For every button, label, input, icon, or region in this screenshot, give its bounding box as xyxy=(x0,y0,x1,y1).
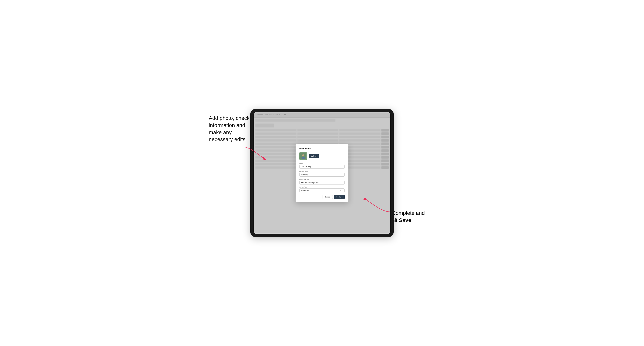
school-year-input[interactable] xyxy=(299,188,345,192)
avatar-image xyxy=(300,153,306,159)
name-label: Name xyxy=(299,163,345,164)
display-name-input[interactable] xyxy=(299,173,345,176)
modal-footer: Cancel ⬆ Save xyxy=(299,195,345,199)
modal-title: User details xyxy=(299,147,311,150)
name-input[interactable] xyxy=(299,165,345,169)
select-clear-icon[interactable]: ✕ xyxy=(340,189,342,191)
annotation-right-line1: Complete and xyxy=(392,210,425,216)
annotation-right: Complete and hit Save. xyxy=(392,209,435,224)
email-field-group: Email address xyxy=(299,178,345,184)
save-icon: ⬆ xyxy=(336,196,338,198)
svg-point-1 xyxy=(302,154,304,156)
modal-overlay: User details × Uploa xyxy=(254,112,390,234)
tablet-frame: CLIPPDCOLLEGE CONNECTIONS ADMIN xyxy=(250,109,394,237)
upload-button[interactable]: Upload xyxy=(309,154,319,158)
modal-header: User details × xyxy=(299,147,345,150)
annotation-right-bold: Save xyxy=(399,217,411,223)
school-year-select-wrapper: ✕ ⌄ xyxy=(299,188,345,192)
annotation-left-text: Add photo, check information and make an… xyxy=(209,115,250,142)
save-label: Save xyxy=(338,196,342,198)
display-name-field-group: Display name xyxy=(299,170,345,176)
tablet-screen: CLIPPDCOLLEGE CONNECTIONS ADMIN xyxy=(254,112,390,234)
avatar-thumbnail xyxy=(299,152,307,160)
email-label: Email address xyxy=(299,178,345,180)
scene: Add photo, check information and make an… xyxy=(209,100,435,246)
email-input[interactable] xyxy=(299,181,345,184)
annotation-left: Add photo, check information and make an… xyxy=(209,115,252,143)
save-button[interactable]: ⬆ Save xyxy=(334,195,345,199)
user-details-modal: User details × Uploa xyxy=(296,144,348,202)
school-year-label: School Year xyxy=(299,186,345,188)
display-name-label: Display name xyxy=(299,170,345,172)
photo-section: Upload xyxy=(299,152,345,160)
name-field-group: Name xyxy=(299,163,345,169)
annotation-right-end: . xyxy=(411,217,413,223)
school-year-field-group: School Year ✕ ⌄ xyxy=(299,186,345,192)
cancel-button[interactable]: Cancel xyxy=(322,195,333,199)
modal-close-button[interactable]: × xyxy=(343,147,345,150)
